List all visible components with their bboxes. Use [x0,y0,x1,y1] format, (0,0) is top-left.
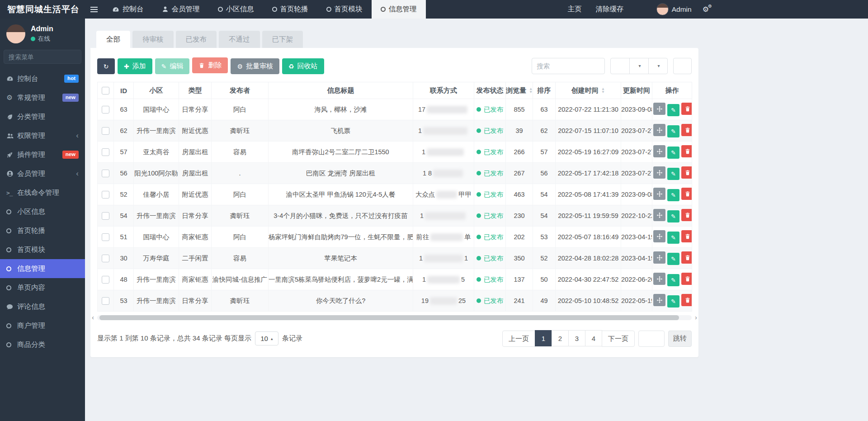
sidebar-item-单页内容[interactable]: 单页内容 [0,278,85,297]
column-header-创建时间[interactable]: 创建时间▲▼ [556,82,621,99]
home-link[interactable]: 主页 [565,5,582,14]
row-checkbox[interactable] [102,276,109,284]
row-edit-button[interactable]: ✎ [667,125,679,137]
sidebar-item-评论信息[interactable]: 评论信息 [0,297,85,316]
menu-search-input[interactable] [4,50,81,64]
column-header-浏览量[interactable]: 浏览量▲▼ [506,82,533,99]
row-edit-button[interactable]: ✎ [667,295,679,307]
tab-全部[interactable]: 全部 [96,31,130,48]
sidebar-item-小区信息[interactable]: 小区信息 [0,202,85,221]
row-checkbox[interactable] [102,297,109,305]
edit-button[interactable]: ✎编辑 [155,58,190,74]
sidebar-item-信息管理[interactable]: 信息管理 [0,259,85,278]
tab-待审核[interactable]: 待审核 [132,31,174,48]
row-edit-button[interactable]: ✎ [667,189,679,201]
row-edit-button[interactable]: ✎ [667,253,679,265]
sidebar-item-商户管理[interactable]: 商户管理 [0,316,85,335]
search-submit-button[interactable] [673,58,692,74]
row-delete-button[interactable] [681,188,692,200]
chevron-right-icon[interactable]: › [695,313,697,321]
sidebar-item-分类管理[interactable]: 分类管理 [0,107,85,126]
scrollbar-thumb[interactable] [99,315,679,320]
refresh-button[interactable]: ↻ [97,58,115,74]
row-delete-button[interactable] [681,209,692,221]
tab-已下架[interactable]: 已下架 [262,31,303,48]
sidebar-item-商品分类[interactable]: 商品分类 [0,335,85,354]
row-move-button[interactable] [653,251,665,264]
row-move-button[interactable] [653,209,665,221]
row-delete-button[interactable] [681,230,692,242]
row-edit-button[interactable]: ✎ [667,274,679,286]
row-move-button[interactable] [653,145,665,157]
sidebar-toggle-button[interactable] [85,0,103,19]
row-edit-button[interactable]: ✎ [667,168,679,180]
sidebar-item-控制台[interactable]: 控制台hot [0,69,85,88]
row-checkbox[interactable] [102,170,109,177]
tab-不通过[interactable]: 不通过 [219,31,260,48]
jump-page-input[interactable] [638,331,665,347]
row-edit-button[interactable]: ✎ [667,147,679,159]
row-move-button[interactable] [653,230,665,242]
columns-button[interactable]: ▾ [629,58,649,74]
topnav-tab-首页模块[interactable]: 首页模块 [317,0,372,19]
per-page-select[interactable]: 10 ▴ [255,331,278,345]
row-delete-button[interactable] [681,103,692,115]
row-move-button[interactable] [653,273,665,285]
row-move-button[interactable] [653,103,665,115]
sidebar-item-会员管理[interactable]: 会员管理‹ [0,164,85,183]
add-button[interactable]: ✚添加 [118,58,152,74]
row-edit-button[interactable]: ✎ [667,210,679,222]
user-menu[interactable]: Admin [656,3,692,15]
batch-audit-button[interactable]: ⚙批量审核 [231,58,279,74]
topnav-tab-会员管理[interactable]: 会员管理 [153,0,209,19]
row-checkbox[interactable] [102,255,109,262]
page-button-4[interactable]: 4 [585,330,602,346]
select-all-checkbox[interactable] [102,87,109,95]
row-move-button[interactable] [653,166,665,179]
recycle-button[interactable]: ♻回收站 [282,58,324,74]
prev-page-button[interactable]: 上一页 [502,331,535,347]
clear-cache-button[interactable]: 清除缓存 [593,5,624,14]
sidebar-item-权限管理[interactable]: 权限管理‹ [0,126,85,145]
settings-button[interactable]: ⚙⚙ [703,5,709,14]
row-delete-button[interactable] [681,145,692,157]
jump-button[interactable]: 跳转 [668,331,692,347]
page-button-1[interactable]: 1 [535,330,552,346]
row-delete-button[interactable] [681,273,692,285]
row-move-button[interactable] [653,124,665,136]
row-checkbox[interactable] [102,106,109,114]
topnav-tab-控制台[interactable]: 控制台 [103,0,153,19]
topnav-tab-小区信息[interactable]: 小区信息 [209,0,263,19]
sidebar-item-插件管理[interactable]: 插件管理new [0,145,85,164]
chevron-left-icon[interactable]: ‹ [92,313,94,321]
row-checkbox[interactable] [102,191,109,199]
sidebar-item-首页模块[interactable]: 首页模块 [0,240,85,259]
row-checkbox[interactable] [102,127,109,135]
row-move-button[interactable] [653,294,665,306]
tab-已发布[interactable]: 已发布 [176,31,217,48]
sidebar-item-常规管理[interactable]: ⚙常规管理new [0,88,85,107]
sort-icon[interactable]: ▲▼ [529,87,533,94]
sort-icon[interactable]: ▲▼ [601,87,605,94]
topnav-tab-首页轮播[interactable]: 首页轮播 [263,0,317,19]
row-delete-button[interactable] [681,166,692,179]
delete-button[interactable]: 删除 [192,57,228,73]
row-checkbox[interactable] [102,233,109,241]
row-delete-button[interactable] [681,124,692,136]
row-move-button[interactable] [653,188,665,200]
row-edit-button[interactable]: ✎ [667,232,679,244]
page-button-3[interactable]: 3 [568,330,585,346]
row-delete-button[interactable] [681,294,692,306]
page-button-2[interactable]: 2 [552,330,569,346]
row-edit-button[interactable]: ✎ [667,104,679,116]
topnav-tab-信息管理[interactable]: 信息管理 [372,0,426,19]
row-checkbox[interactable] [102,212,109,220]
table-search-input[interactable] [532,58,605,74]
export-button[interactable]: ▾ [648,58,668,74]
row-checkbox[interactable] [102,148,109,156]
row-delete-button[interactable] [681,251,692,264]
next-page-button[interactable]: 下一页 [602,331,635,347]
sidebar-item-首页轮播[interactable]: 首页轮播 [0,221,85,240]
sidebar-item-在线命令管理[interactable]: >_在线命令管理 [0,183,85,202]
detail-view-button[interactable] [610,58,630,74]
